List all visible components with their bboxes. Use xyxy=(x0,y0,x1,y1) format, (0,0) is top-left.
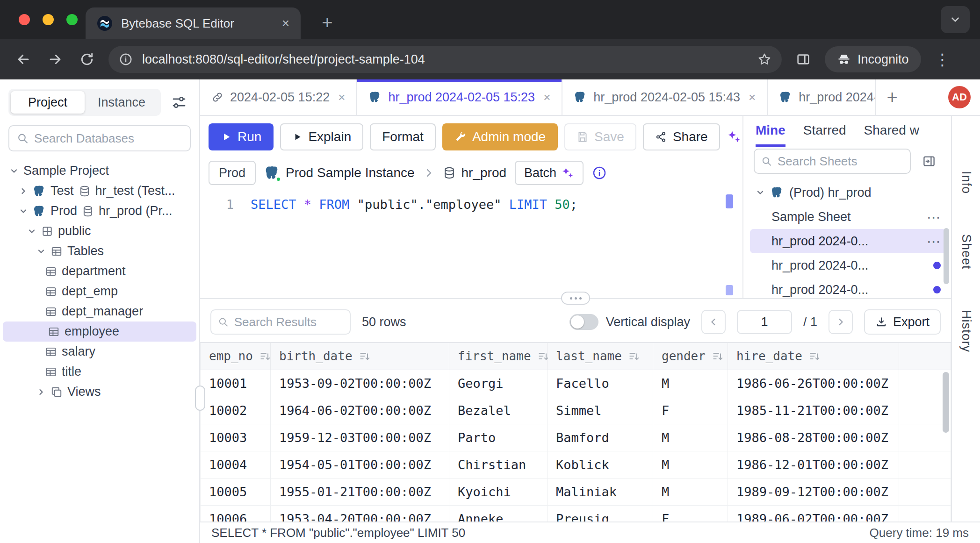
tree-item-public[interactable]: public xyxy=(0,221,199,241)
sheet-list-scrollbar[interactable] xyxy=(944,228,949,284)
bookmark-star-icon[interactable] xyxy=(757,52,771,66)
tree-item-dept-emp[interactable]: dept_emp xyxy=(0,281,199,301)
database-search-input[interactable] xyxy=(34,131,182,146)
tree-item-salary[interactable]: salary xyxy=(0,342,199,362)
sort-icon[interactable] xyxy=(712,350,723,362)
rail-tab-sheet[interactable]: Sheet xyxy=(959,234,973,270)
column-header-first-name[interactable]: first_name xyxy=(449,343,548,370)
format-button[interactable]: Format xyxy=(370,123,436,150)
rail-tab-history[interactable]: History xyxy=(959,310,973,352)
table-row[interactable]: 100061953-04-20T00:00:00ZAnnekePreusigF1… xyxy=(201,505,951,522)
results-search[interactable] xyxy=(210,309,351,335)
instance-crumb[interactable]: Prod Sample Instance xyxy=(264,165,415,181)
sheet-search[interactable] xyxy=(754,149,911,174)
column-header-gender[interactable]: gender xyxy=(653,343,728,370)
window-close-button[interactable] xyxy=(19,14,30,25)
column-header-birth-date[interactable]: birth_date xyxy=(271,343,449,370)
close-tab-icon[interactable]: × xyxy=(749,90,756,105)
caret-down-icon[interactable] xyxy=(19,207,28,216)
table-row[interactable]: 100031959-12-03T00:00:00ZPartoBamfordM19… xyxy=(201,424,951,451)
back-button[interactable] xyxy=(13,49,34,70)
results-scrollbar[interactable] xyxy=(943,372,949,433)
sheet-item-menu-icon[interactable]: ⋯ xyxy=(927,233,941,250)
table-row[interactable]: 100041954-05-01T00:00:00ZChirstianKoblic… xyxy=(201,451,951,478)
tree-item-dept-manager[interactable]: dept_manager xyxy=(0,301,199,322)
sheet-item-hr-prod-2024-0[interactable]: hr_prod 2024-0... xyxy=(750,253,946,278)
next-page-button[interactable] xyxy=(829,310,853,334)
vertical-display-toggle[interactable] xyxy=(569,314,598,330)
sort-icon[interactable] xyxy=(259,350,271,362)
share-button[interactable]: Share xyxy=(643,123,720,150)
column-header-emp-no[interactable]: emp_no xyxy=(201,343,271,370)
table-row[interactable]: 100011953-09-02T00:00:00ZGeorgiFacelloM1… xyxy=(201,370,951,397)
caret-down-icon[interactable] xyxy=(9,166,19,176)
tab-shared[interactable]: Shared w xyxy=(864,116,919,147)
run-button[interactable]: Run xyxy=(209,123,274,150)
sheet-search-input[interactable] xyxy=(778,154,903,169)
sort-icon[interactable] xyxy=(538,350,549,362)
sort-icon[interactable] xyxy=(359,350,370,362)
new-browser-tab-button[interactable]: + xyxy=(316,11,339,34)
database-crumb[interactable]: hr_prod xyxy=(443,165,507,180)
caret-right-icon[interactable] xyxy=(36,387,46,397)
sheet-item-hr-prod-2024-0[interactable]: hr_prod 2024-0... xyxy=(750,278,946,298)
tab-search-chevron-button[interactable] xyxy=(941,6,970,33)
sheet-tab-hr-prod-2024-02-05-15-23[interactable]: hr_prod 2024-02-05 15:23× xyxy=(357,79,562,115)
column-header-last-name[interactable]: last_name xyxy=(548,343,653,370)
panel-drag-handle[interactable] xyxy=(561,292,590,305)
new-sheet-tab-button[interactable]: + xyxy=(876,79,908,115)
page-number-input[interactable] xyxy=(737,310,792,334)
sidebar-resize-handle[interactable] xyxy=(195,386,205,411)
sheet-item-sample-sheet[interactable]: Sample Sheet⋯ xyxy=(750,205,946,229)
caret-down-icon[interactable] xyxy=(756,188,765,197)
tree-item-department[interactable]: department xyxy=(0,261,199,281)
browser-tab-close-icon[interactable]: × xyxy=(282,16,289,31)
reload-button[interactable] xyxy=(77,49,97,70)
export-button[interactable]: Export xyxy=(864,309,941,335)
sheet-tab-hr-prod-2024-0[interactable]: hr_prod 2024-0 xyxy=(768,79,876,115)
collapse-panel-icon[interactable] xyxy=(917,150,941,173)
window-zoom-button[interactable] xyxy=(66,14,78,25)
results-search-input[interactable] xyxy=(234,315,343,329)
tree-item-title[interactable]: title xyxy=(0,362,199,382)
tab-project[interactable]: Project xyxy=(11,91,85,114)
tree-item-prod[interactable]: Prodhr_prod (Pr... xyxy=(0,201,199,221)
caret-right-icon[interactable] xyxy=(19,186,28,196)
tab-starred[interactable]: Starred xyxy=(803,116,846,147)
tree-item-views[interactable]: Views xyxy=(0,382,199,402)
user-avatar[interactable]: AD xyxy=(948,86,971,108)
column-header-hire-date[interactable]: hire_date xyxy=(728,343,899,370)
explain-button[interactable]: Explain xyxy=(280,123,363,150)
table-row[interactable]: 100021964-06-02T00:00:00ZBezalelSimmelF1… xyxy=(201,397,951,424)
tree-item-employee[interactable]: employee xyxy=(3,322,196,342)
window-minimize-button[interactable] xyxy=(43,14,54,25)
site-info-icon[interactable] xyxy=(119,52,133,66)
tree-item-tables[interactable]: Tables xyxy=(0,241,199,261)
side-panel-icon[interactable] xyxy=(793,49,814,70)
tab-instance[interactable]: Instance xyxy=(85,91,159,114)
url-bar[interactable]: localhost:8080/sql-editor/sheet/project-… xyxy=(108,46,782,73)
connection-info-icon[interactable] xyxy=(592,165,607,180)
filter-settings-icon[interactable] xyxy=(167,91,191,114)
close-tab-icon[interactable]: × xyxy=(338,90,345,105)
sheet-item-menu-icon[interactable]: ⋯ xyxy=(927,209,941,225)
save-button[interactable]: Save xyxy=(564,123,636,150)
browser-menu-icon[interactable]: ⋮ xyxy=(932,49,953,70)
table-row[interactable]: 100051955-01-21T00:00:00ZKyoichiMaliniak… xyxy=(201,478,951,505)
sheet-item-hr-prod-2024-0[interactable]: hr_prod 2024-0...⋯ xyxy=(750,229,946,253)
batch-button[interactable]: Batch xyxy=(515,161,584,185)
close-tab-icon[interactable]: × xyxy=(543,90,550,105)
tree-item-sample-project[interactable]: Sample Project xyxy=(0,161,199,181)
sort-icon[interactable] xyxy=(809,350,820,362)
tab-mine[interactable]: Mine xyxy=(756,116,785,147)
caret-down-icon[interactable] xyxy=(36,247,46,256)
database-search[interactable] xyxy=(8,125,191,151)
sheet-tab-hr-prod-2024-02-05-15-43[interactable]: hr_prod 2024-02-05 15:43× xyxy=(562,79,768,115)
prev-page-button[interactable] xyxy=(701,310,726,334)
sql-editor[interactable]: 1 SELECT * FROM "public"."employee" LIMI… xyxy=(209,193,734,298)
rail-tab-info[interactable]: Info xyxy=(959,171,973,194)
browser-tab[interactable]: Bytebase SQL Editor × xyxy=(86,7,301,39)
admin-mode-button[interactable]: Admin mode xyxy=(442,123,558,150)
tree-item-test[interactable]: Testhr_test (Test... xyxy=(0,181,199,201)
caret-down-icon[interactable] xyxy=(27,227,36,236)
